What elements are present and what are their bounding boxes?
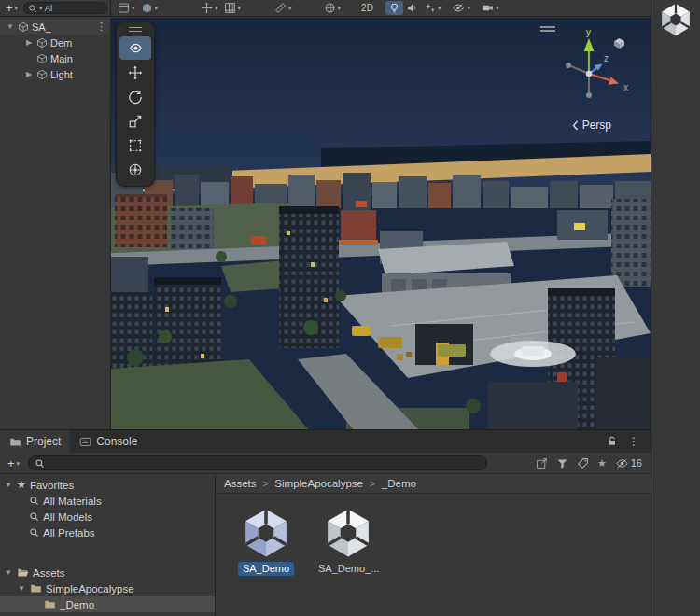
- pivot-cube-icon: [141, 2, 153, 14]
- tree-all-materials[interactable]: All Materials: [0, 493, 215, 509]
- breadcrumb-separator: >: [263, 479, 269, 489]
- gameobject-cube-icon: [36, 69, 48, 80]
- tab-project[interactable]: Project: [0, 430, 70, 453]
- tree-simpleapocalypse[interactable]: ▼ SimpleApocalypse: [0, 581, 215, 596]
- tab-label: Project: [26, 435, 61, 448]
- filter-by-label-icon[interactable]: [577, 457, 589, 469]
- scene-menu-icon[interactable]: ⋮: [96, 21, 110, 33]
- lock-icon[interactable]: [607, 436, 618, 447]
- asset-sa-demo-2[interactable]: SA_Demo_...: [315, 507, 382, 576]
- hierarchy-item-demo[interactable]: ▶ Dem: [0, 35, 110, 50]
- tree-partial-row[interactable]: [0, 612, 215, 616]
- tree-all-models[interactable]: All Models: [0, 509, 215, 525]
- scene-visibility-button[interactable]: ▾: [449, 1, 473, 15]
- effects-toggle-button[interactable]: ▾: [421, 1, 444, 15]
- project-search-field[interactable]: [28, 455, 487, 470]
- expand-icon[interactable]: ▼: [4, 569, 13, 577]
- caret-down-icon: ▾: [338, 5, 342, 11]
- rect-tool-button[interactable]: [119, 133, 151, 157]
- transform-tool-button[interactable]: [119, 158, 151, 181]
- tree-label: All Models: [43, 511, 92, 523]
- search-filter-caret-icon[interactable]: ▾: [39, 5, 43, 11]
- hierarchy-search-text: Al: [45, 3, 52, 13]
- expand-icon[interactable]: ▼: [17, 585, 26, 593]
- orientation-gizmo[interactable]: y x z: [546, 27, 636, 117]
- audio-toggle-button[interactable]: [403, 1, 421, 15]
- tree-favorites[interactable]: ▼ ★ Favorites: [0, 477, 215, 493]
- tree-label: Favorites: [30, 480, 74, 491]
- hierarchy-item-light[interactable]: ▶ Light: [0, 66, 110, 82]
- caret-down-icon: ▾: [467, 5, 470, 11]
- tree-assets[interactable]: ▼ Assets: [0, 565, 215, 581]
- breadcrumb-assets[interactable]: Assets: [224, 478, 257, 489]
- hierarchy-search-field[interactable]: ▾ Al: [23, 2, 107, 14]
- move-tool-button[interactable]: [119, 61, 151, 84]
- rect-tool-icon: [128, 138, 143, 153]
- scene-cube-icon: [18, 21, 29, 33]
- open-search-window-icon[interactable]: [536, 457, 548, 469]
- speaker-icon: [406, 2, 418, 14]
- shading-mode-button[interactable]: ▾: [321, 1, 344, 15]
- tree-label: All Prefabs: [43, 527, 95, 539]
- projection-indicator[interactable]: Persp: [572, 119, 611, 132]
- move-snap-button[interactable]: ▾: [198, 1, 221, 15]
- hidden-count-toggle[interactable]: 16: [615, 457, 642, 469]
- axis-z-label[interactable]: z: [604, 53, 609, 63]
- save-search-icon[interactable]: ★: [597, 458, 607, 469]
- tools-drag-handle-icon[interactable]: [129, 27, 142, 32]
- scale-tool-button[interactable]: [119, 109, 151, 133]
- panel-tab-bar: Project Console ⋮: [0, 430, 651, 453]
- create-asset-button[interactable]: + ▾: [5, 456, 22, 470]
- hierarchy-panel: ▼ SA_ ⋮ ▶ Dem Main ▶ Light: [0, 18, 111, 429]
- filter-by-type-icon[interactable]: [556, 457, 568, 469]
- project-folder-tree: ▼ ★ Favorites All Materials All Models A…: [0, 474, 216, 616]
- unity-editor-window: + ▾ ▾ Al ▾ ▾ ▾ ▾: [0, 0, 700, 616]
- transform-tool-icon: [128, 162, 143, 177]
- project-toolbar: + ▾ ★ 16: [0, 453, 651, 474]
- folder-icon: [44, 598, 56, 610]
- breadcrumb-demo[interactable]: _Demo: [382, 478, 416, 489]
- eye-slash-icon: [615, 457, 629, 469]
- measure-tool-button[interactable]: ▾: [272, 1, 295, 15]
- caret-down-icon: ▾: [438, 5, 441, 11]
- project-content: Assets > SimpleApocalypse > _Demo: [216, 474, 651, 616]
- expand-icon[interactable]: ▶: [24, 39, 34, 47]
- hierarchy-item-main[interactable]: Main: [0, 50, 110, 66]
- tree-demo[interactable]: _Demo: [0, 596, 215, 612]
- tree-label: All Materials: [43, 496, 102, 507]
- toggle-2d-button[interactable]: 2D: [358, 1, 376, 15]
- tree-label: _Demo: [60, 599, 94, 610]
- camera-icon: [482, 2, 494, 14]
- scene-tools-overlay: [116, 21, 155, 187]
- tab-console[interactable]: Console: [70, 430, 147, 453]
- axis-x-label[interactable]: x: [623, 82, 628, 92]
- persp-label: Persp: [582, 119, 611, 132]
- search-icon: [29, 496, 39, 506]
- camera-settings-button[interactable]: ▾: [479, 1, 502, 15]
- search-icon: [35, 458, 45, 469]
- lighting-toggle-button[interactable]: [385, 1, 403, 15]
- expand-icon[interactable]: ▼: [6, 23, 15, 31]
- breadcrumb-simpleapocalypse[interactable]: SimpleApocalypse: [274, 478, 363, 489]
- hierarchy-add-button[interactable]: + ▾: [3, 1, 21, 15]
- view-tool-button[interactable]: [119, 36, 151, 60]
- expand-icon[interactable]: ▶: [24, 71, 34, 78]
- tree-all-prefabs[interactable]: All Prefabs: [0, 525, 215, 540]
- grid-snap-button[interactable]: ▾: [221, 1, 245, 15]
- grid-icon: [224, 2, 236, 14]
- axis-y-label[interactable]: y: [586, 27, 591, 37]
- caret-down-icon: ▾: [132, 5, 135, 11]
- unity-logo-icon[interactable]: [658, 2, 693, 37]
- pivot-mode-button[interactable]: ▾: [138, 1, 161, 15]
- search-input[interactable]: [48, 456, 481, 469]
- panel-menu-icon[interactable]: ⋮: [628, 435, 639, 448]
- scene-viewport[interactable]: y x z Persp: [111, 18, 651, 429]
- console-icon: [79, 436, 91, 448]
- caret-down-icon: ▾: [17, 460, 21, 467]
- asset-sa-demo[interactable]: SA_Demo: [232, 507, 300, 576]
- expand-icon[interactable]: ▼: [4, 482, 13, 489]
- view-options-button[interactable]: ▾: [115, 1, 138, 15]
- rotate-tool-button[interactable]: [119, 85, 151, 108]
- breadcrumb: Assets > SimpleApocalypse > _Demo: [216, 474, 651, 494]
- hierarchy-scene-row[interactable]: ▼ SA_ ⋮: [0, 19, 110, 35]
